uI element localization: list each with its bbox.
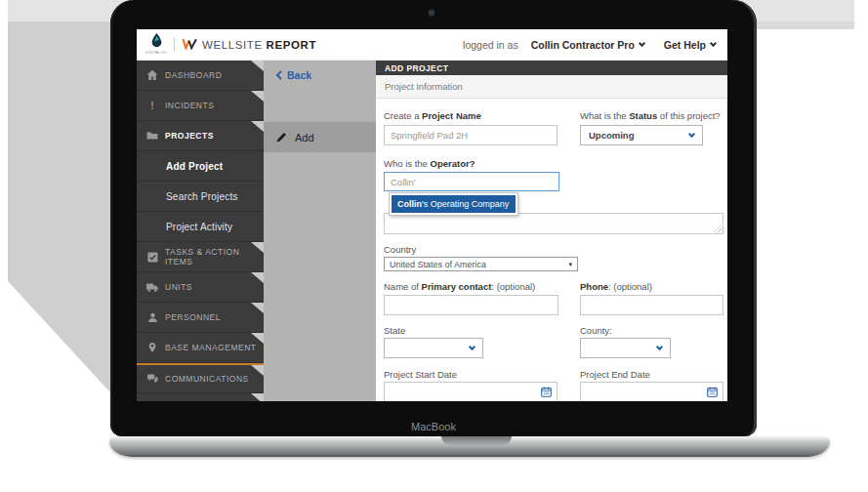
status-label: What is the Status of this project? [580, 110, 721, 121]
brand-divider [174, 37, 175, 52]
resize-grip-icon[interactable] [714, 225, 722, 232]
calendar-icon[interactable] [541, 387, 552, 397]
corner-fold-icon [251, 333, 264, 344]
calendar-icon[interactable] [707, 387, 718, 397]
logo-subtext: DIGITALOIL [145, 52, 167, 56]
primary-contact-input[interactable] [384, 295, 558, 315]
person-icon [146, 311, 158, 323]
sidebar-nav: DASHBOARD ! INCIDENTS PROJECTS Add Proje… [137, 61, 264, 401]
laptop-base-notch [441, 436, 512, 445]
start-date-label: Project Start Date [384, 369, 457, 380]
device-brand-label: MacBook [110, 421, 757, 432]
chat-icon [146, 373, 158, 385]
get-help-menu[interactable]: Get Help [664, 39, 716, 51]
main-content: ADD PROJECT Project Information Create a… [376, 61, 727, 401]
operator-notes-textarea[interactable] [384, 213, 723, 234]
webcam-icon [429, 10, 434, 16]
home-icon [146, 69, 158, 81]
chevron-down-icon [656, 343, 663, 349]
end-date-input[interactable] [580, 382, 723, 401]
status-select[interactable]: Upcoming [580, 125, 703, 145]
corner-fold-icon [251, 272, 264, 283]
state-label: State [384, 325, 405, 336]
folder-icon [146, 130, 158, 142]
chevron-down-icon [469, 343, 475, 349]
state-select[interactable] [384, 338, 483, 358]
sidebar-item-communications[interactable]: COMMUNICATIONS [137, 363, 264, 393]
user-name: Collin Contractor Pro [531, 39, 635, 51]
app-screen: DIGITALOIL WELLSITE REPORT logged in as … [137, 29, 727, 401]
operator-label: Who is the Operator? [384, 158, 475, 169]
background-shadow-left [8, 21, 110, 392]
start-date-input[interactable] [384, 382, 558, 401]
phone-input[interactable] [580, 295, 723, 315]
county-label: County: [580, 325, 612, 336]
macbook-mockup: DIGITALOIL WELLSITE REPORT logged in as … [0, 0, 868, 492]
corner-fold-icon [251, 393, 264, 401]
wellsite-w-logo-icon [182, 36, 197, 54]
corner-fold-icon [251, 61, 264, 71]
project-name-label: Create a Project Name [384, 110, 481, 121]
truck-icon [146, 281, 158, 293]
select-arrow-icon: ▾ [568, 261, 572, 268]
autocomplete-dropdown: Collin's Operating Company [389, 192, 518, 216]
end-date-label: Project End Date [580, 369, 650, 380]
brand-area: DIGITALOIL WELLSITE REPORT [137, 33, 316, 56]
chevron-down-icon [639, 39, 645, 46]
user-menu[interactable]: logged in as Collin Contractor Pro [463, 39, 644, 51]
exclamation-icon: ! [146, 100, 158, 111]
corner-fold-icon [251, 121, 264, 132]
sidebar-item-tasks-action-items[interactable]: TASKS & ACTION ITEMS [137, 242, 264, 272]
operator-input[interactable] [384, 172, 559, 191]
sidebar-item-units[interactable]: UNITS [137, 272, 264, 303]
phone-label: Phone: (optional) [580, 281, 652, 292]
sidebar-item-partial[interactable] [137, 393, 264, 401]
page-title: ADD PROJECT [376, 61, 727, 75]
primary-contact-label: Name of Primary contact: (optional) [384, 281, 535, 292]
app-top-bar: DIGITALOIL WELLSITE REPORT logged in as … [137, 29, 727, 61]
county-select[interactable] [580, 338, 671, 358]
sidebar-item-base-management[interactable]: BASE MANAGEMENT [137, 333, 264, 363]
corner-fold-icon [251, 242, 264, 253]
map-pin-icon [146, 342, 158, 353]
chevron-left-icon [275, 70, 283, 80]
corner-fold-icon [251, 303, 264, 313]
sidebar-item-add-project[interactable]: Add Project [137, 151, 264, 182]
sidebar-item-search-projects[interactable]: Search Projects [137, 182, 264, 212]
app-title: WELLSITE REPORT [202, 39, 316, 51]
corner-fold-icon [251, 365, 264, 376]
sidebar-item-incidents[interactable]: ! INCIDENTS [137, 91, 264, 121]
autocomplete-option[interactable]: Collin's Operating Company [392, 195, 516, 213]
sidebar-item-dashboard[interactable]: DASHBOARD [137, 61, 264, 91]
back-button[interactable]: Back [275, 69, 311, 81]
get-help-label: Get Help [664, 39, 706, 51]
background-shadow-step [757, 21, 854, 29]
subnav-panel: Back Add [264, 61, 376, 401]
sidebar-item-projects[interactable]: PROJECTS [137, 121, 264, 151]
add-button[interactable]: Add [264, 122, 376, 152]
chevron-down-icon [710, 39, 717, 46]
section-title: Project Information [376, 75, 727, 99]
droplet-logo-icon [150, 33, 163, 51]
country-select[interactable]: United States of America ▾ [384, 257, 578, 271]
corner-fold-icon [251, 91, 264, 102]
pencil-icon [276, 129, 287, 146]
project-name-input[interactable] [384, 125, 558, 145]
sidebar-item-project-activity[interactable]: Project Activity [137, 212, 264, 242]
chevron-down-icon [688, 130, 695, 137]
country-label: Country [384, 244, 416, 255]
sidebar-item-personnel[interactable]: PERSONNEL [137, 303, 264, 333]
company-logo: DIGITALOIL [145, 33, 167, 56]
logged-in-label: logged in as [463, 39, 518, 51]
checkbox-icon [146, 251, 158, 263]
